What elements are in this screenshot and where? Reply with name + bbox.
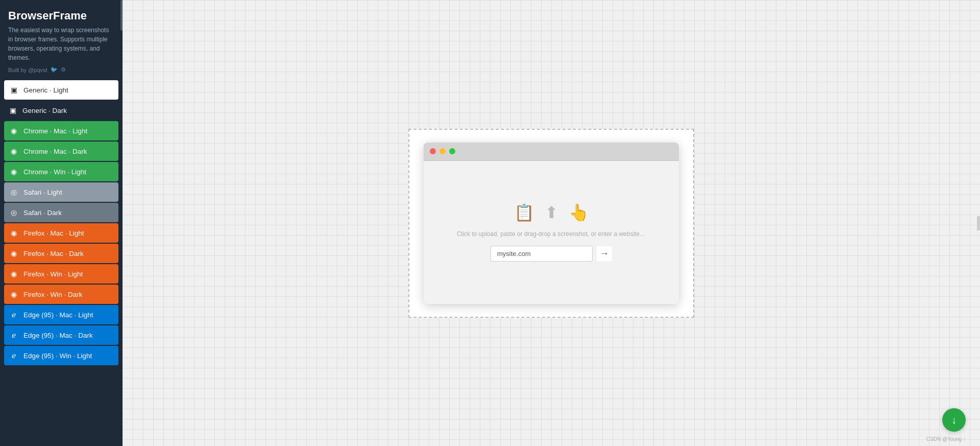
sidebar-item-label: Generic · Dark xyxy=(22,107,67,114)
built-by: Built by @pqvst 🐦 ⚙ xyxy=(8,66,114,73)
pointer-icon: 👆 xyxy=(569,203,589,222)
firefox-icon: ◉ xyxy=(9,290,18,299)
traffic-light-minimize[interactable] xyxy=(439,148,446,154)
browser-frame: 📋 ⬆ 👆 Click to upload, paste or drag-dro… xyxy=(424,143,679,304)
github-icon: ⚙ xyxy=(61,66,66,73)
sidebar-item-label: Safari · Dark xyxy=(23,209,62,217)
upload-icons: 📋 ⬆ 👆 xyxy=(514,203,589,222)
url-input-row: → xyxy=(491,246,612,262)
sidebar-items-container: ▣ Generic · Light ▣ Generic · Dark ◉ Chr… xyxy=(0,79,122,366)
edge-icon: ℯ xyxy=(9,351,18,360)
sidebar-item-edge-mac-dark[interactable]: ℯ Edge (95) · Mac · Dark xyxy=(4,325,118,345)
twitter-icon: 🐦 xyxy=(51,66,58,73)
firefox-icon: ◉ xyxy=(9,269,18,278)
main-content: 📋 ⬆ 👆 Click to upload, paste or drag-dro… xyxy=(122,0,980,446)
sidebar-item-firefox-mac-light[interactable]: ◉ Firefox · Mac · Light xyxy=(4,223,118,243)
edge-icon: ℯ xyxy=(9,310,18,319)
firefox-icon: ◉ xyxy=(9,249,18,258)
app-title: BrowserFrame xyxy=(8,9,114,22)
sidebar-item-label: Generic · Light xyxy=(23,86,68,94)
sidebar-item-safari-dark[interactable]: ◎ Safari · Dark xyxy=(4,203,118,222)
upload-arrow-icon: ⬆ xyxy=(545,203,558,222)
url-input[interactable] xyxy=(491,246,593,262)
app-description: The easiest way to wrap screenshots in b… xyxy=(8,26,114,62)
watermark: CSDN @Young ↑ xyxy=(926,436,966,442)
chrome-icon: ◉ xyxy=(9,167,18,176)
sidebar-item-chrome-mac-dark[interactable]: ◉ Chrome · Mac · Dark xyxy=(4,142,118,161)
sidebar-collapse-handle[interactable]: ‹ xyxy=(977,216,980,230)
chrome-icon: ◉ xyxy=(9,126,18,135)
built-by-text: Built by @pqvst xyxy=(8,67,47,73)
sidebar-item-label: Firefox · Win · Dark xyxy=(23,291,83,298)
edge-icon: ℯ xyxy=(9,331,18,340)
traffic-light-close[interactable] xyxy=(430,148,436,154)
preview-area[interactable]: 📋 ⬆ 👆 Click to upload, paste or drag-dro… xyxy=(408,129,694,318)
sidebar-item-label: Chrome · Win · Light xyxy=(23,168,86,176)
sidebar-item-label: Firefox · Mac · Dark xyxy=(23,250,84,257)
sidebar-item-safari-light[interactable]: ◎ Safari · Light xyxy=(4,182,118,202)
url-go-button[interactable]: → xyxy=(597,246,612,261)
sidebar-item-label: Edge (95) · Win · Light xyxy=(23,352,92,360)
upload-hint: Click to upload, paste or drag-drop a sc… xyxy=(457,230,646,238)
monitor-icon: ▣ xyxy=(9,85,18,95)
firefox-icon: ◉ xyxy=(9,228,18,238)
browser-content[interactable]: 📋 ⬆ 👆 Click to upload, paste or drag-dro… xyxy=(424,161,679,304)
sidebar-item-label: Safari · Light xyxy=(23,189,62,196)
sidebar-item-label: Chrome · Mac · Light xyxy=(23,127,87,135)
sidebar-item-edge-mac-light[interactable]: ℯ Edge (95) · Mac · Light xyxy=(4,305,118,324)
sidebar-item-label: Chrome · Mac · Dark xyxy=(23,148,87,155)
safari-icon: ◎ xyxy=(9,187,18,197)
monitor-icon: ▣ xyxy=(8,106,17,115)
sidebar-item-label: Firefox · Mac · Light xyxy=(23,229,84,237)
sidebar-item-label: Edge (95) · Mac · Light xyxy=(23,311,93,319)
sidebar-item-label: Firefox · Win · Light xyxy=(23,270,83,278)
safari-icon: ◎ xyxy=(9,208,18,217)
sidebar-item-chrome-win-light[interactable]: ◉ Chrome · Win · Light xyxy=(4,162,118,181)
sidebar-item-generic-dark[interactable]: ▣ Generic · Dark xyxy=(0,101,122,120)
sidebar-item-generic-light[interactable]: ▣ Generic · Light xyxy=(4,80,118,100)
sidebar-item-edge-win-light[interactable]: ℯ Edge (95) · Win · Light xyxy=(4,346,118,365)
download-fab[interactable]: ↓ xyxy=(942,408,966,432)
sidebar: BrowserFrame The easiest way to wrap scr… xyxy=(0,0,122,446)
sidebar-item-firefox-mac-dark[interactable]: ◉ Firefox · Mac · Dark xyxy=(4,244,118,263)
sidebar-item-firefox-win-light[interactable]: ◉ Firefox · Win · Light xyxy=(4,264,118,284)
browser-titlebar xyxy=(424,143,679,161)
sidebar-item-chrome-mac-light[interactable]: ◉ Chrome · Mac · Light xyxy=(4,121,118,140)
file-upload-icon: 📋 xyxy=(514,203,534,222)
sidebar-item-label: Edge (95) · Mac · Dark xyxy=(23,332,93,339)
sidebar-header: BrowserFrame The easiest way to wrap scr… xyxy=(0,0,122,79)
sidebar-item-firefox-win-dark[interactable]: ◉ Firefox · Win · Dark xyxy=(4,285,118,304)
traffic-light-maximize[interactable] xyxy=(449,148,455,154)
chrome-icon: ◉ xyxy=(9,147,18,156)
